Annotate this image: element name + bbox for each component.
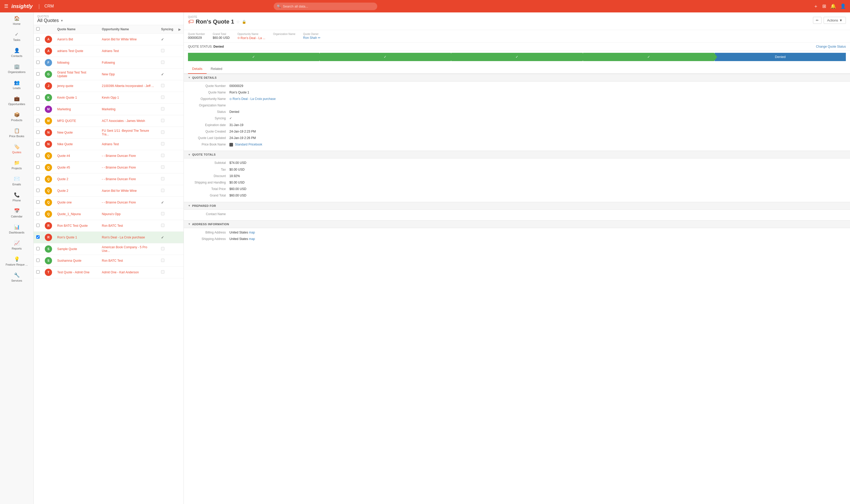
row-checkbox[interactable] [36, 95, 40, 99]
opp-name-link[interactable]: American Book Company - 5 Pro Use... [102, 246, 147, 253]
row-checkbox[interactable] [36, 130, 40, 134]
table-row[interactable]: G Grand Total Test Test Update New Opp ✓ [34, 69, 184, 80]
sidebar-item-products[interactable]: 📦 Products [0, 109, 33, 125]
syncing-checkbox[interactable] [161, 212, 164, 215]
table-row[interactable]: Q Quote_1_Nipuna Nipuna's Opp [34, 209, 184, 220]
quote-name-link[interactable]: MFG QUOTE [57, 119, 76, 123]
sidebar-item-opportunities[interactable]: 💼 Opportunities [0, 93, 33, 109]
table-row[interactable]: Q Quote 2 - - Brianne Duncan Fiore [34, 174, 184, 185]
table-row[interactable]: T Test Quote - Admit One Admit One - Kar… [34, 267, 184, 278]
syncing-checkbox[interactable] [161, 154, 164, 157]
row-checkbox[interactable] [36, 154, 40, 157]
opp-name-link[interactable]: - - Brianne Duncan Fiore [102, 177, 136, 181]
quote-name-link[interactable]: Kevin Quote 1 [57, 96, 77, 100]
actions-button[interactable]: Actions ▼ [824, 17, 846, 24]
sidebar-item-quotes[interactable]: 🏷️ Quotes [0, 141, 33, 157]
quote-name-link[interactable]: Quote 2 [57, 177, 68, 181]
syncing-checkbox[interactable] [161, 165, 164, 169]
opp-name-link[interactable]: Adrians Test [102, 142, 119, 146]
opp-name-link[interactable]: Nipuna's Opp [102, 212, 121, 216]
row-checkbox[interactable] [36, 72, 40, 76]
row-checkbox[interactable] [36, 224, 40, 227]
opp-name-link[interactable]: Aaron Bid for White Wine [102, 189, 137, 193]
table-row[interactable]: M MFG QUOTE ACT Associates - James Welsh [34, 115, 184, 127]
row-checkbox[interactable] [36, 247, 40, 250]
user-icon[interactable]: 👤 [840, 3, 846, 9]
syncing-checkbox[interactable] [161, 142, 164, 145]
hamburger-icon[interactable]: ☰ [4, 3, 8, 9]
syncing-checkbox[interactable] [161, 95, 164, 99]
table-row[interactable]: Q Quote 2 Aaron Bid for White Wine [34, 185, 184, 197]
opp-name-link[interactable]: Following [102, 61, 115, 65]
row-checkbox[interactable] [36, 119, 40, 122]
quote-name-link[interactable]: Sushamna Quote [57, 259, 81, 263]
table-row[interactable]: F following Following [34, 57, 184, 69]
row-checkbox[interactable] [36, 189, 40, 192]
row-checkbox[interactable] [36, 200, 40, 204]
search-input[interactable] [274, 3, 377, 10]
row-checkbox[interactable] [36, 235, 40, 239]
syncing-checkbox[interactable] [161, 247, 164, 250]
star-icon[interactable]: ☆ [236, 19, 240, 24]
prepared-for-section-header[interactable]: ▼ PREPARED FOR [184, 202, 850, 210]
table-row[interactable]: Q Quote one - - Brianne Duncan Fiore ✓ [34, 197, 184, 209]
table-row[interactable]: R Ron's Quote 1 Ron's Deal - La Croix pu… [34, 232, 184, 243]
quote-name-link[interactable]: Quote_1_Nipuna [57, 212, 81, 216]
price-book-value[interactable]: Standard Pricebook [229, 142, 846, 147]
row-checkbox[interactable] [36, 258, 40, 262]
quote-name-link[interactable]: Quote one [57, 201, 72, 204]
sidebar-item-phone[interactable]: 📞 Phone [0, 189, 33, 205]
opp-name-link[interactable]: Admit One - Karl Anderson [102, 270, 139, 274]
sidebar-item-home[interactable]: 🏠 Home [0, 13, 33, 29]
row-checkbox[interactable] [36, 37, 40, 41]
opp-name-link[interactable]: - - Brianne Duncan Fiore [102, 166, 136, 169]
opp-name-link[interactable]: New Opp [102, 72, 115, 76]
sidebar-item-price-books[interactable]: 📋 Price Books [0, 125, 33, 141]
sidebar-item-organizations[interactable]: 🏢 Organizations [0, 60, 33, 77]
row-checkbox[interactable] [36, 177, 40, 180]
sidebar-item-projects[interactable]: 📁 Projects [0, 157, 33, 173]
add-button[interactable]: ＋ [813, 3, 818, 9]
billing-map-link[interactable]: map [249, 231, 255, 234]
bell-icon[interactable]: 🔔 [830, 3, 836, 9]
sidebar-item-reports[interactable]: 📈 Reports [0, 237, 33, 253]
list-title[interactable]: All Quotes ▼ [37, 18, 180, 23]
row-checkbox[interactable] [36, 212, 40, 215]
sidebar-item-calendar[interactable]: 📅 Calendar [0, 205, 33, 221]
quote-name-link[interactable]: New Quote [57, 131, 73, 134]
table-row[interactable]: A adrians Test Quote Adrians Test [34, 45, 184, 57]
sidebar-item-contacts[interactable]: 👤 Contacts [0, 44, 33, 60]
quote-name-link[interactable]: Quote #5 [57, 166, 70, 169]
quote-name-link[interactable]: Grand Total Test Test Update [57, 71, 86, 78]
opp-name-link[interactable]: Ron BATC Test [102, 259, 123, 263]
sidebar-item-tasks[interactable]: ✓ Tasks [0, 29, 33, 44]
quote-name-link[interactable]: Test Quote - Admit One [57, 270, 90, 274]
quote-name-link[interactable]: Ron's Quote 1 [57, 236, 77, 239]
table-row[interactable]: N New Quote FU Sent 1/11 -Beyond The Ten… [34, 127, 184, 139]
quote-name-link[interactable]: Marketing [57, 107, 71, 111]
table-row[interactable]: J jenny quote 2100399 Alberta Incorporat… [34, 80, 184, 92]
syncing-checkbox[interactable] [161, 258, 164, 262]
quote-name-link[interactable]: jenny quote [57, 84, 73, 88]
meta-quote-owner-value[interactable]: Ron Shah ✏ [303, 36, 321, 40]
select-all-checkbox[interactable] [36, 27, 40, 31]
opp-name-link[interactable]: 2100399 Alberta Incorporated - Jeff ... [102, 84, 154, 88]
opp-name-link[interactable]: Aaron Bid for White Wine [102, 38, 137, 41]
row-checkbox[interactable] [36, 49, 40, 52]
sidebar-item-feature-reque[interactable]: 💡 Feature Reque ... [0, 253, 33, 269]
quote-name-link[interactable]: Ron BATC Test Quote [57, 224, 88, 228]
sidebar-item-dashboards[interactable]: 📊 Dashboards [0, 221, 33, 237]
sidebar-item-emails[interactable]: ✉️ Emails [0, 173, 33, 189]
syncing-checkbox[interactable] [161, 270, 164, 274]
row-checkbox[interactable] [36, 270, 40, 274]
opp-name-link[interactable]: - - Brianne Duncan Fiore [102, 201, 136, 204]
edit-button[interactable]: ✏ [813, 17, 821, 24]
row-checkbox[interactable] [36, 60, 40, 64]
row-checkbox[interactable] [36, 84, 40, 87]
row-checkbox[interactable] [36, 107, 40, 110]
quote-name-link[interactable]: Quote 2 [57, 189, 68, 193]
quote-name-link[interactable]: adrians Test Quote [57, 49, 83, 53]
address-section-header[interactable]: ▼ ADDRESS INFORMATION [184, 220, 850, 228]
syncing-checkbox[interactable] [161, 130, 164, 134]
table-row[interactable]: A Aaron's Bid Aaron Bid for White Wine ✓ [34, 34, 184, 45]
